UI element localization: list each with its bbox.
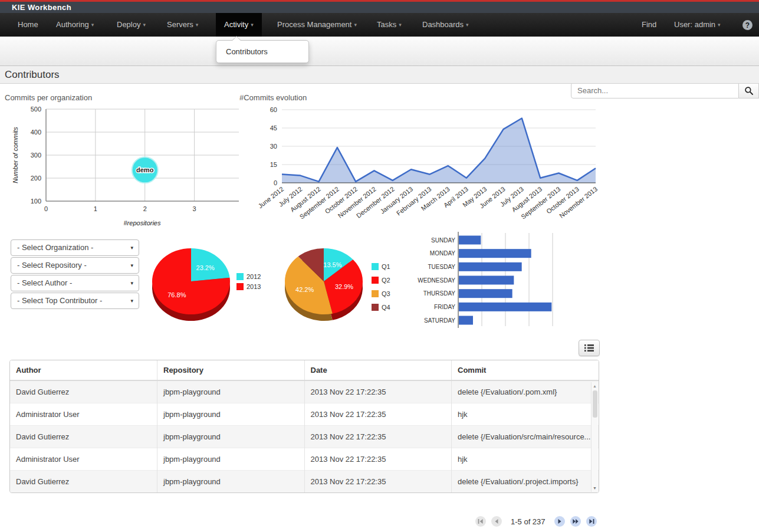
caret-down-icon: ▾ bbox=[718, 22, 721, 28]
search-band bbox=[0, 37, 759, 66]
svg-text:30: 30 bbox=[270, 143, 277, 150]
select-top-contributor[interactable]: - Select Top Contributor -▾ bbox=[11, 293, 139, 309]
caret-down-icon: ▾ bbox=[143, 22, 146, 28]
bar-wednesday[interactable] bbox=[459, 276, 514, 285]
first-page-button[interactable] bbox=[475, 516, 486, 527]
previous-page-button[interactable] bbox=[491, 516, 502, 527]
column-header-commit[interactable]: Commit bbox=[452, 360, 599, 380]
quarters-pie-chart: 13.5%32.9%42.2% bbox=[280, 238, 369, 327]
svg-text:Number of commits: Number of commits bbox=[12, 127, 19, 183]
legend-item: Q1 bbox=[372, 262, 390, 271]
svg-text:2: 2 bbox=[143, 205, 147, 212]
svg-text:42.2%: 42.2% bbox=[295, 286, 314, 293]
years-pie-chart: 23.2%76.8% bbox=[147, 238, 236, 327]
select-repository[interactable]: - Select Repository -▾ bbox=[11, 257, 139, 274]
svg-text:SUNDAY: SUNDAY bbox=[431, 237, 455, 244]
search-input[interactable] bbox=[571, 83, 739, 98]
menu-item-contributors[interactable]: Contributors bbox=[216, 44, 308, 59]
scrollbar-thumb[interactable] bbox=[593, 390, 597, 418]
bar-tuesday[interactable] bbox=[459, 262, 522, 271]
list-view-button[interactable] bbox=[579, 340, 600, 356]
last-page-button[interactable] bbox=[586, 516, 597, 527]
nav-item-home[interactable]: Home bbox=[18, 13, 38, 37]
table-scrollbar[interactable]: ▲ ▼ bbox=[591, 382, 598, 492]
next-page-button[interactable] bbox=[554, 516, 565, 527]
search-button[interactable] bbox=[739, 83, 759, 98]
bar-monday[interactable] bbox=[459, 249, 531, 258]
next-page-icon bbox=[556, 518, 563, 525]
scroll-down-icon[interactable]: ▼ bbox=[592, 486, 598, 490]
column-header-repository[interactable]: Repository bbox=[157, 360, 305, 380]
commits-per-organization-chart: 0123100200300400500demo#repositoriesNumb… bbox=[0, 100, 254, 236]
caret-down-icon: ▾ bbox=[130, 258, 133, 273]
svg-text:FRIDAY: FRIDAY bbox=[434, 304, 455, 310]
column-header-author[interactable]: Author bbox=[10, 360, 157, 380]
caret-down-icon: ▾ bbox=[196, 22, 199, 28]
legend-item: Q3 bbox=[372, 289, 390, 298]
table-row: Administrator Userjbpm-playground2013 No… bbox=[10, 448, 599, 471]
caret-down-icon: ▾ bbox=[354, 22, 357, 28]
select-author[interactable]: - Select Author -▾ bbox=[11, 275, 139, 291]
legend-swatch bbox=[372, 290, 379, 297]
svg-text:WEDNESDAY: WEDNESDAY bbox=[418, 277, 455, 284]
svg-text:45: 45 bbox=[270, 124, 277, 132]
table-row: David Gutierrezjbpm-playground2013 Nov 2… bbox=[10, 380, 599, 403]
caret-down-icon: ▾ bbox=[251, 22, 254, 28]
svg-text:100: 100 bbox=[31, 198, 41, 205]
table-row: David Gutierrezjbpm-playground2013 Nov 2… bbox=[10, 426, 599, 448]
column-header-date[interactable]: Date bbox=[304, 360, 452, 380]
legend-swatch bbox=[372, 304, 379, 311]
pagination-label: 1-5 of 237 bbox=[511, 517, 546, 526]
scroll-up-icon[interactable]: ▲ bbox=[592, 384, 598, 388]
nav-item-activity[interactable]: Activity▾ bbox=[216, 13, 262, 37]
caret-down-icon: ▾ bbox=[130, 275, 133, 291]
svg-text:200: 200 bbox=[31, 175, 41, 182]
nav-item-authoring[interactable]: Authoring▾ bbox=[56, 13, 94, 37]
nav-item-find[interactable]: Find bbox=[642, 13, 656, 37]
legend-swatch bbox=[372, 277, 379, 284]
bar-friday[interactable] bbox=[459, 303, 551, 311]
svg-text:76.8%: 76.8% bbox=[167, 291, 186, 298]
bar-thursday[interactable] bbox=[459, 289, 512, 298]
caret-down-icon: ▾ bbox=[91, 22, 94, 28]
bar-saturday[interactable] bbox=[459, 316, 473, 325]
svg-text:TUESDAY: TUESDAY bbox=[428, 264, 456, 270]
bar-sunday[interactable] bbox=[459, 236, 481, 245]
svg-text:THURSDAY: THURSDAY bbox=[423, 290, 456, 297]
svg-text:300: 300 bbox=[31, 152, 41, 159]
quarters-legend: Q1 Q2 Q3 Q4 bbox=[372, 262, 390, 316]
legend-item: Q2 bbox=[372, 275, 390, 284]
previous-page-icon bbox=[493, 518, 500, 525]
svg-text:400: 400 bbox=[31, 129, 41, 136]
select-organization[interactable]: - Select Organization -▾ bbox=[11, 239, 139, 256]
caret-down-icon: ▾ bbox=[399, 22, 402, 28]
user-menu[interactable]: User: admin▾ bbox=[674, 13, 721, 37]
first-page-icon bbox=[477, 518, 484, 525]
table-row: Administrator Userjbpm-playground2013 No… bbox=[10, 403, 599, 426]
legend-item: 2013 bbox=[236, 282, 261, 291]
fast-forward-icon bbox=[572, 518, 579, 525]
svg-text:15: 15 bbox=[270, 161, 277, 168]
svg-text:32.9%: 32.9% bbox=[335, 283, 353, 290]
nav-item-process-management[interactable]: Process Management▾ bbox=[277, 13, 357, 37]
fast-forward-button[interactable] bbox=[570, 516, 581, 527]
help-icon[interactable]: ? bbox=[742, 20, 753, 30]
page-title: Contributors bbox=[0, 66, 759, 83]
svg-text:23.2%: 23.2% bbox=[196, 264, 215, 271]
nav-item-servers[interactable]: Servers▾ bbox=[167, 13, 198, 37]
svg-text:MONDAY: MONDAY bbox=[430, 250, 455, 257]
svg-text:0: 0 bbox=[44, 205, 48, 212]
svg-text:13.5%: 13.5% bbox=[323, 261, 341, 268]
legend-item: 2012 bbox=[236, 272, 261, 281]
svg-text:3: 3 bbox=[192, 205, 196, 212]
nav-item-dashboards[interactable]: Dashboards▾ bbox=[422, 13, 469, 37]
nav-item-tasks[interactable]: Tasks▾ bbox=[377, 13, 402, 37]
kie-workbench-screen: KIE Workbench Home Authoring▾ Deploy▾ Se… bbox=[0, 0, 759, 532]
years-legend: 2012 2013 bbox=[236, 272, 261, 292]
pagination: 1-5 of 237 bbox=[475, 514, 597, 528]
svg-text:SATURDAY: SATURDAY bbox=[424, 317, 455, 324]
table-header-row: Author Repository Date Commit bbox=[10, 360, 599, 380]
svg-text:500: 500 bbox=[31, 106, 41, 113]
caret-down-icon: ▾ bbox=[466, 22, 469, 28]
nav-item-deploy[interactable]: Deploy▾ bbox=[117, 13, 146, 37]
